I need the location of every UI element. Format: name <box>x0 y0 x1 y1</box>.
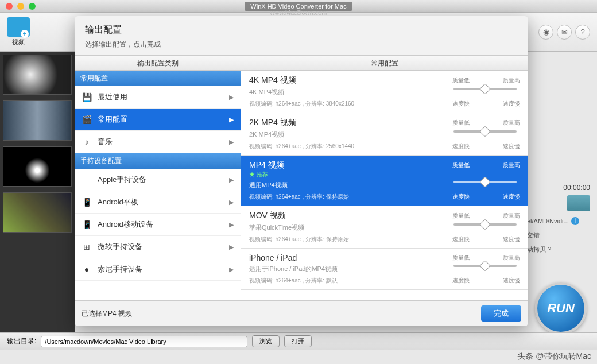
dialog-body: 输出配置类别 常用配置💾最近使用▶🎬常用配置▶♪音乐▶手持设备配置Apple手持… <box>75 55 528 301</box>
preset-item[interactable]: 4K MP4 视频 质量低质量高 4K MP4视频 视频编码: h264+aac… <box>241 71 528 113</box>
chevron-right-icon: ▶ <box>229 243 234 251</box>
interlace-label: 交错 <box>527 231 590 239</box>
preset-list[interactable]: 4K MP4 视频 质量低质量高 4K MP4视频 视频编码: h264+aac… <box>241 71 528 300</box>
category-label: Android移动设备 <box>98 219 153 230</box>
speed-labels: 速度快速度慢 <box>452 100 520 108</box>
preset-title: 2K MP4 视频 <box>249 118 452 128</box>
preset-column: 常用配置 4K MP4 视频 质量低质量高 4K MP4视频 视频编码: h26… <box>241 56 528 300</box>
info-icon[interactable]: i <box>571 217 579 225</box>
category-item[interactable]: Apple手持设备▶ <box>75 169 241 191</box>
speed-labels: 速度快速度慢 <box>452 193 520 201</box>
gpu-label: el/AMD/Nvidi...i <box>527 217 590 225</box>
video-plus-icon <box>7 17 30 37</box>
category-item[interactable]: ⊞微软手持设备▶ <box>75 236 241 258</box>
zoom-icon[interactable] <box>29 3 36 10</box>
video-thumb[interactable] <box>3 100 72 141</box>
chevron-right-icon: ▶ <box>229 116 234 123</box>
chevron-right-icon: ▶ <box>229 266 234 273</box>
open-button[interactable]: 打开 <box>284 335 312 347</box>
category-list: 常用配置💾最近使用▶🎬常用配置▶♪音乐▶手持设备配置Apple手持设备▶📱And… <box>75 71 241 300</box>
preset-header: 常用配置 <box>241 56 528 71</box>
footer-watermark: 头条 @带你玩转Mac <box>517 351 591 362</box>
preset-subtitle: 通用MP4视频 <box>249 181 453 189</box>
preset-title: MP4 视频 <box>249 160 452 171</box>
browse-button[interactable]: 浏览 <box>252 335 280 347</box>
category-label: Apple手持设备 <box>98 175 146 185</box>
quality-slider[interactable] <box>453 88 517 90</box>
video-thumb[interactable] <box>3 192 72 233</box>
speed-labels: 速度快速度慢 <box>452 235 520 243</box>
quality-labels: 质量低质量高 <box>452 119 520 127</box>
video-thumb[interactable] <box>3 146 72 187</box>
help-icon[interactable]: ? <box>575 25 590 40</box>
folder-icon[interactable] <box>567 195 590 211</box>
preset-item[interactable]: 2K MP4 视频 质量低质量高 2K MP4视频 视频编码: h264+aac… <box>241 113 528 156</box>
output-profile-dialog: 输出配置 选择输出配置，点击完成 输出配置类别 常用配置💾最近使用▶🎬常用配置▶… <box>75 16 528 326</box>
category-item[interactable]: ♪音乐▶ <box>75 131 241 153</box>
category-label: 最近使用 <box>98 92 127 102</box>
output-dir-label: 输出目录: <box>7 336 36 346</box>
category-label: 音乐 <box>98 137 113 147</box>
quality-slider[interactable] <box>453 130 517 133</box>
category-icon: ● <box>82 264 92 274</box>
preset-title: 4K MP4 视频 <box>249 75 452 86</box>
category-icon: 📱 <box>82 197 92 207</box>
preset-info: 视频编码: h264+aac , 分辨率: 保持原始 <box>249 235 452 243</box>
timecode: 00:00:00 <box>527 184 590 192</box>
dialog-title: 输出配置 <box>85 24 518 36</box>
dialog-footer: 已选择MP4 视频 完成 <box>75 301 528 326</box>
user-icon[interactable]: ◉ <box>538 25 553 40</box>
dialog-subtitle: 选择输出配置，点击完成 <box>85 40 518 49</box>
quality-slider[interactable] <box>453 181 517 183</box>
preset-item[interactable]: iPhone / iPad 质量低质量高 适用于iPhone / iPad的MP… <box>241 249 528 290</box>
category-item[interactable]: ●索尼手持设备▶ <box>75 258 241 281</box>
minimize-icon[interactable] <box>17 3 24 10</box>
mail-icon[interactable]: ✉ <box>557 25 572 40</box>
category-item[interactable]: 💾最近使用▶ <box>75 86 241 109</box>
category-label: 索尼手持设备 <box>98 264 142 274</box>
preset-item[interactable]: MOV 视频 质量低质量高 苹果QuickTime视频 视频编码: h264+a… <box>241 206 528 249</box>
output-dir-input[interactable] <box>41 336 247 347</box>
category-icon: 📱 <box>82 219 92 230</box>
slider-knob[interactable] <box>479 83 491 95</box>
video-thumb[interactable] <box>3 55 72 95</box>
preset-subtitle: 苹果QuickTime视频 <box>249 223 453 232</box>
category-item[interactable]: 🎬常用配置▶ <box>75 109 241 131</box>
chevron-right-icon: ▶ <box>229 221 234 229</box>
slider-knob[interactable] <box>479 219 491 230</box>
close-icon[interactable] <box>6 3 13 10</box>
quality-labels: 质量低质量高 <box>452 76 520 84</box>
slider-knob[interactable] <box>479 260 491 272</box>
dialog-header: 输出配置 选择输出配置，点击完成 <box>75 16 528 55</box>
chevron-right-icon: ▶ <box>229 138 234 146</box>
preset-subtitle: 2K MP4视频 <box>249 130 453 139</box>
category-label: Android平板 <box>98 197 138 207</box>
chevron-right-icon: ▶ <box>229 94 234 101</box>
preset-info: 视频编码: h264+aac , 分辨率: 默认 <box>249 277 452 285</box>
category-icon: ♪ <box>82 137 92 147</box>
top-right-buttons: ◉ ✉ ? <box>538 25 590 40</box>
slider-knob[interactable] <box>479 126 491 137</box>
speed-labels: 速度快速度慢 <box>452 277 520 285</box>
slider-knob[interactable] <box>479 176 491 188</box>
category-icon: 💾 <box>82 92 92 102</box>
preview-panel: 00:00:00 el/AMD/Nvidi...i 交错 动拷贝 ? <box>527 69 590 254</box>
preset-info: 视频编码: h264+aac , 分辨率: 保持原始 <box>249 193 452 201</box>
chevron-right-icon: ▶ <box>229 199 234 206</box>
copy-label: 动拷贝 ? <box>527 245 590 254</box>
add-video-button[interactable]: 视频 <box>7 17 30 47</box>
category-item[interactable]: 📱Android平板▶ <box>75 191 241 214</box>
category-item[interactable]: 📱Android移动设备▶ <box>75 214 241 236</box>
selected-preset-text: 已选择MP4 视频 <box>82 309 132 319</box>
quality-labels: 质量低质量高 <box>452 161 520 169</box>
preset-subtitle: 4K MP4视频 <box>249 88 453 96</box>
quality-slider[interactable] <box>453 223 517 226</box>
recommended-badge: ★ 推荐 <box>249 171 520 179</box>
preset-item[interactable]: MP4 视频 质量低质量高 ★ 推荐 通用MP4视频 视频编码: h264+aa… <box>241 156 528 206</box>
category-icon: 🎬 <box>82 114 92 125</box>
category-section-header: 常用配置 <box>75 71 241 86</box>
run-button[interactable]: RUN <box>535 282 587 334</box>
quality-slider[interactable] <box>453 265 517 267</box>
done-button[interactable]: 完成 <box>481 305 521 322</box>
preset-title: iPhone / iPad <box>249 253 452 262</box>
